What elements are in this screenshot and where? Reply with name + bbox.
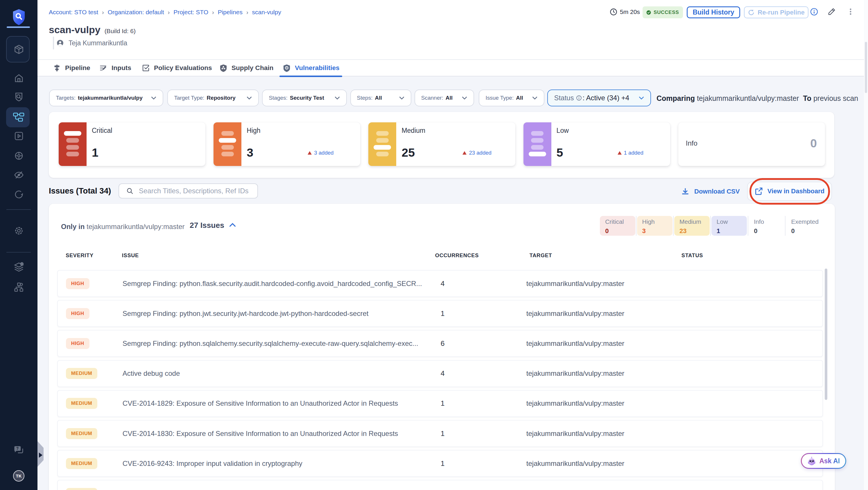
svg-text:?: ? xyxy=(16,446,19,451)
